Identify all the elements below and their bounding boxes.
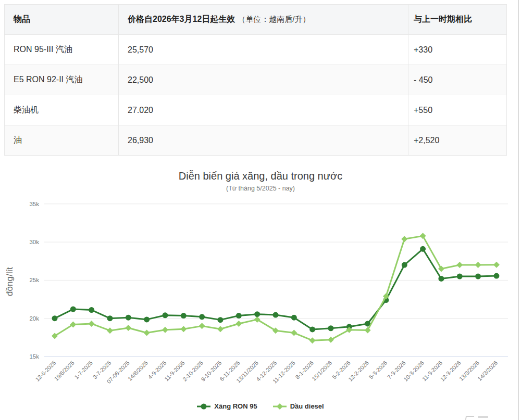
series-line (55, 236, 497, 340)
col-header-price: 价格自2026年3月12日起生效（单位：越南盾/升） (119, 5, 408, 35)
data-point-marker[interactable] (457, 274, 463, 279)
x-axis-tick-label: 15/1/2026 (311, 360, 333, 382)
cell-item: E5 RON 92-II 汽油 (5, 65, 119, 95)
watermark-glyph-fragment (465, 416, 474, 420)
cell-price: 25,570 (119, 35, 408, 65)
y-axis-tick-label: 15k (29, 353, 39, 360)
y-axis-tick-label: 25k (29, 277, 39, 283)
cell-item: 油 (5, 125, 119, 156)
data-point-marker[interactable] (420, 233, 426, 239)
x-axis-tick-label: 5-3-2026 (368, 360, 389, 380)
col-header-price-note: （单位：越南盾/升） (238, 15, 310, 23)
data-point-marker[interactable] (236, 313, 242, 319)
data-point-marker[interactable] (89, 321, 95, 327)
x-axis-tick-label: 1-7-2025 (73, 360, 94, 380)
data-point-marker[interactable] (107, 315, 113, 321)
cell-price: 22,500 (119, 65, 408, 95)
y-axis-title: đồng/lít (5, 267, 15, 296)
data-point-marker[interactable] (438, 276, 444, 282)
cell-change: - 450 (408, 65, 507, 95)
table-row: 油 26,930 +2,520 (5, 125, 507, 156)
data-point-marker[interactable] (365, 327, 371, 333)
data-point-marker[interactable] (291, 315, 297, 321)
y-axis-tick-label: 30k (29, 239, 39, 245)
data-point-marker[interactable] (126, 315, 131, 321)
cell-price: 26,930 (119, 125, 408, 156)
cell-change: +2,520 (408, 125, 507, 156)
cell-item: RON 95-III 汽油 (5, 35, 119, 65)
data-point-marker[interactable] (144, 316, 150, 322)
table-header-row: 物品 价格自2026年3月12日起生效（单位：越南盾/升） 与上一时期相比 (5, 5, 507, 35)
data-point-marker[interactable] (162, 327, 168, 333)
cell-change: +330 (408, 35, 507, 65)
data-point-marker[interactable] (493, 262, 500, 268)
data-point-marker[interactable] (180, 326, 187, 332)
data-point-marker[interactable] (272, 312, 278, 318)
legend-label: Xăng RON 95 (214, 402, 257, 410)
y-axis-tick-label: 35k (29, 201, 39, 207)
data-point-marker[interactable] (475, 274, 481, 279)
cell-price: 27.020 (119, 95, 408, 125)
data-point-marker[interactable] (107, 327, 113, 334)
y-axis-tick-label: 20k (29, 315, 39, 322)
data-point-marker[interactable] (438, 265, 444, 272)
data-point-marker[interactable] (328, 325, 333, 331)
data-point-marker[interactable] (125, 325, 131, 331)
legend-item[interactable]: Dầu diesel (273, 402, 324, 410)
table-row: E5 RON 92-II 汽油 22,500 - 450 (5, 65, 507, 95)
legend-marker-icon (197, 403, 210, 410)
x-axis-tick-label: 14/3/2026 (476, 360, 499, 382)
data-point-marker[interactable] (420, 246, 426, 252)
data-point-marker[interactable] (162, 312, 168, 318)
data-point-marker[interactable] (217, 317, 223, 323)
data-point-marker[interactable] (89, 307, 94, 313)
col-header-item-label: 物品 (14, 15, 30, 23)
legend-label: Dầu diesel (290, 402, 324, 410)
data-point-marker[interactable] (493, 273, 499, 279)
col-header-item: 物品 (5, 5, 119, 35)
x-axis-tick-label: 19/6/2025 (53, 360, 76, 382)
chart-subtitle: (Từ tháng 5/2025 - nay) (0, 185, 521, 192)
chart-title: Diễn biến giá xăng, dầu trong nước (0, 170, 521, 182)
data-point-marker[interactable] (254, 311, 260, 317)
col-header-change-label: 与上一时期相比 (414, 15, 472, 23)
table-row: 柴油机 27.020 +550 (5, 95, 507, 125)
legend-marker-icon (273, 403, 287, 410)
data-point-marker[interactable] (456, 262, 463, 268)
data-point-marker[interactable] (70, 307, 76, 312)
data-point-marker[interactable] (52, 315, 58, 321)
cell-change: +550 (408, 95, 507, 125)
fuel-price-chart: Diễn biến giá xăng, dầu trong nước (Từ t… (0, 170, 521, 410)
table-row: RON 95-III 汽油 25,570 +330 (5, 35, 507, 65)
data-point-marker[interactable] (181, 313, 187, 319)
data-point-marker[interactable] (402, 262, 407, 268)
x-axis-tick-label: 12-6-2025 (34, 360, 57, 383)
data-point-marker[interactable] (475, 262, 481, 268)
data-point-marker[interactable] (199, 314, 205, 320)
chart-legend: Xăng RON 95Dầu diesel (0, 402, 521, 410)
data-point-marker[interactable] (328, 337, 334, 343)
data-point-marker[interactable] (309, 326, 315, 332)
col-header-change: 与上一时期相比 (408, 5, 507, 35)
cell-item: 柴油机 (5, 95, 119, 125)
line-chart-canvas: 35k30k25k20k15k12-6-202519/6/20251-7-202… (0, 198, 521, 401)
legend-item[interactable]: Xăng RON 95 (197, 402, 257, 410)
data-point-marker[interactable] (199, 323, 205, 329)
x-axis-tick-label: 14/8/2025 (127, 360, 149, 382)
data-point-marker[interactable] (144, 330, 150, 336)
page: 物品 价格自2026年3月12日起生效（单位：越南盾/升） 与上一时期相比 RO… (0, 0, 521, 420)
col-header-price-label: 价格自2026年3月12日起生效 (128, 15, 235, 23)
data-point-marker[interactable] (401, 236, 407, 242)
data-point-marker[interactable] (217, 326, 224, 332)
data-point-marker[interactable] (235, 321, 242, 327)
fuel-price-table: 物品 价格自2026年3月12日起生效（单位：越南盾/升） 与上一时期相比 RO… (4, 4, 507, 156)
cropped-watermark (465, 416, 497, 420)
page-right-border (518, 0, 519, 420)
watermark-glyph-fragment (478, 416, 488, 418)
data-point-marker[interactable] (309, 337, 316, 343)
data-point-marker[interactable] (291, 330, 297, 336)
